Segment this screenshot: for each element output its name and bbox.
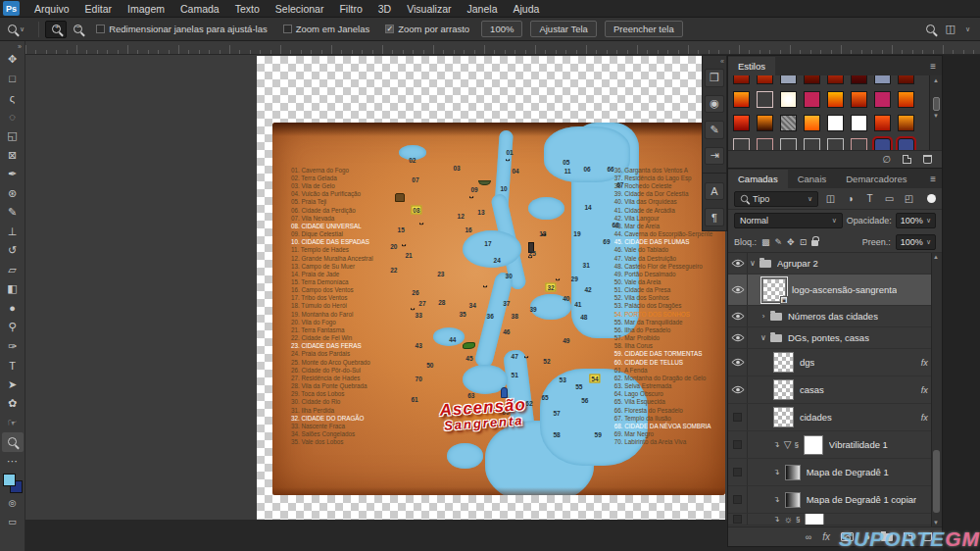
checkbox[interactable] [96, 25, 105, 33]
quick-mask-button[interactable]: ◎ [2, 493, 24, 513]
layer-visibility-toggle[interactable] [728, 431, 748, 458]
menu-item-texto[interactable]: Texto [228, 1, 267, 17]
layer-visibility-toggle[interactable] [728, 376, 748, 403]
layer-name[interactable]: DGs, pontes, casas [788, 332, 869, 343]
style-swatch[interactable] [757, 75, 773, 84]
style-swatch[interactable] [780, 91, 797, 108]
filter-pixel-layers-icon[interactable]: ◫ [823, 193, 838, 204]
panel-menu-icon[interactable]: ≡ [924, 174, 942, 188]
style-swatch[interactable] [804, 91, 820, 108]
hand-tool[interactable]: ☞ [2, 414, 24, 433]
styles-scrollbar[interactable]: ▲ ▼ [929, 75, 942, 150]
expand-panels-icon[interactable]: « [720, 58, 724, 65]
map-image[interactable]: 01. Caverna do Fogo02. Terra Gelada03. V… [272, 123, 725, 495]
scroll-thumb[interactable] [933, 450, 940, 513]
style-swatch[interactable] [874, 138, 891, 150]
style-swatch[interactable] [780, 115, 797, 131]
layer-name[interactable]: Mapa de Degradê 1 copiar [807, 494, 917, 505]
screen-mode-button[interactable]: ▭ [2, 513, 24, 532]
layer-row[interactable]: casasfx∨ [728, 376, 942, 404]
type-tool[interactable]: T [2, 356, 24, 376]
layer-group-row[interactable]: ∨DGs, pontes, casas [728, 327, 942, 349]
style-swatch[interactable] [757, 138, 773, 150]
style-swatch[interactable] [733, 91, 750, 108]
style-swatch[interactable] [804, 138, 820, 150]
tab-demarcadores[interactable]: Demarcadores [836, 170, 916, 188]
layer-row[interactable]: ▣logo-ascensão-sangrenta [728, 275, 942, 306]
new-style-icon[interactable] [903, 155, 911, 164]
libraries-panel-icon[interactable]: ❒ [705, 69, 724, 87]
layer-thumbnail[interactable] [773, 379, 794, 400]
layer-row[interactable]: cidadesfx∨ [728, 404, 942, 431]
delete-style-icon[interactable] [923, 155, 932, 164]
layer-row[interactable]: dgsfx∨ [728, 349, 942, 376]
clear-style-icon[interactable]: ∅ [882, 154, 891, 165]
tab-canais[interactable]: Canais [788, 170, 837, 188]
layer-row[interactable]: ↴▽§Vibratilidade 1 [728, 431, 942, 459]
paragraph-panel-icon[interactable]: ¶ [705, 208, 724, 226]
style-swatch[interactable] [851, 138, 867, 150]
blend-mode-dropdown[interactable]: Normal ∨ [734, 213, 843, 228]
style-swatch[interactable] [804, 75, 820, 84]
layer-name[interactable]: Números das cidades [788, 311, 878, 322]
clone-stamp-tool[interactable]: ⊥ [2, 223, 24, 242]
tab-camadas[interactable]: Camadas [728, 170, 788, 188]
frame-tool[interactable]: ⊠ [2, 146, 24, 166]
fit-screen-button[interactable]: Ajustar Tela [530, 21, 596, 37]
filter-adjustment-layers-icon[interactable]: ◑ [843, 193, 858, 204]
scroll-up-icon[interactable]: ▲ [933, 77, 939, 83]
brush-settings-panel-icon[interactable]: ✎ [705, 121, 724, 139]
layer-row[interactable]: ↴☼§ [728, 514, 942, 526]
history-brush-tool[interactable]: ↺ [2, 241, 24, 261]
style-swatch[interactable] [898, 91, 914, 108]
quick-selection-tool[interactable]: ◌ [2, 108, 24, 127]
style-swatch[interactable] [874, 115, 891, 131]
lock-paint-icon[interactable]: ✎ [775, 237, 783, 247]
style-swatch[interactable] [827, 91, 844, 108]
layer-visibility-toggle[interactable] [728, 514, 748, 525]
style-swatch[interactable] [898, 115, 914, 131]
chevron-down-icon[interactable]: ∨ [759, 333, 768, 342]
fill-input[interactable]: 100% ∨ [896, 234, 936, 250]
style-swatch[interactable] [827, 75, 844, 84]
layer-style-fx-icon[interactable]: fx [822, 531, 830, 542]
pen-tool[interactable]: ✑ [2, 337, 24, 357]
layer-visibility-toggle[interactable] [728, 306, 748, 326]
menu-item-arquivo[interactable]: Arquivo [27, 1, 76, 17]
layer-mask-thumbnail[interactable] [804, 435, 823, 455]
lasso-tool[interactable]: ς [2, 88, 24, 108]
dodge-tool[interactable]: ⚲ [2, 318, 24, 337]
layer-visibility-toggle[interactable] [728, 349, 748, 376]
tab-estilos[interactable]: Estilos [728, 57, 775, 75]
filter-type-layers-icon[interactable]: T [862, 193, 877, 204]
horizontal-ruler[interactable] [25, 41, 980, 55]
workspace-switcher-icon[interactable]: ◫ [945, 23, 955, 35]
character-panel-icon[interactable]: A [705, 182, 724, 201]
style-swatch[interactable] [733, 138, 750, 150]
edit-toolbar[interactable]: ⋯ [2, 452, 24, 472]
marquee-tool[interactable]: □ [2, 70, 24, 89]
scroll-thumb[interactable] [933, 97, 940, 111]
eyedropper-tool[interactable]: ✒ [2, 165, 24, 184]
lock-position-icon[interactable]: ✥ [787, 237, 795, 247]
checkbox[interactable] [283, 25, 292, 33]
layer-visibility-toggle[interactable] [728, 253, 748, 274]
clone-source-panel-icon[interactable]: ⇥ [705, 147, 724, 166]
brush-tool[interactable]: ✎ [2, 203, 24, 223]
layer-group-row[interactable]: ∨Agrupar 2 [728, 253, 942, 275]
zoom-percent-box[interactable]: 100% [481, 21, 522, 37]
layer-visibility-toggle[interactable] [728, 459, 748, 485]
layer-visibility-toggle[interactable] [728, 486, 748, 513]
style-swatch[interactable] [874, 75, 891, 84]
scroll-down-icon[interactable]: ▼ [932, 520, 940, 526]
layer-visibility-toggle[interactable] [728, 327, 748, 348]
style-swatch[interactable] [733, 75, 750, 84]
layer-mask-thumbnail[interactable] [805, 514, 824, 526]
link-layers-icon[interactable]: ∞ [806, 532, 811, 542]
gradient-map-thumbnail[interactable] [785, 465, 801, 480]
style-swatch[interactable] [780, 138, 797, 150]
layer-name[interactable]: dgs [800, 357, 814, 368]
path-selection-tool[interactable]: ➤ [2, 376, 24, 395]
zoom-in-button[interactable]: + [45, 21, 67, 38]
layer-name[interactable]: Agrupar 2 [777, 258, 818, 269]
